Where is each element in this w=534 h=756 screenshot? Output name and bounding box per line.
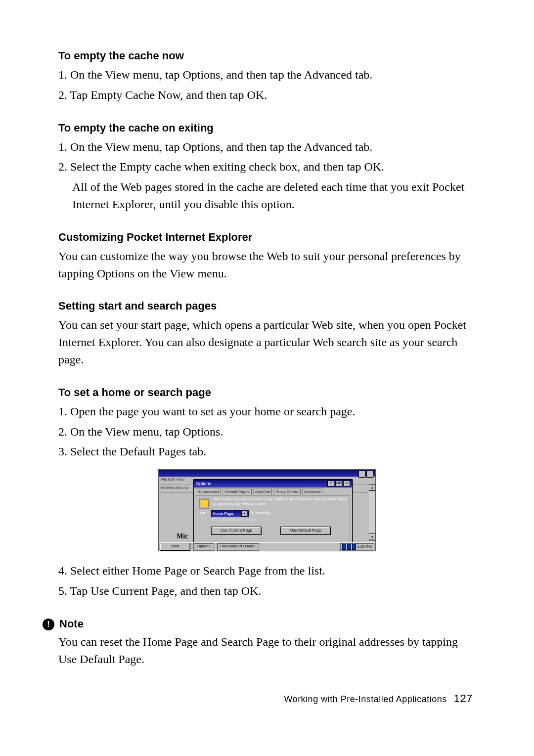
page-type-dropdown[interactable]: Home Page ▾ bbox=[211, 510, 249, 517]
row-label-right: is currently: bbox=[251, 510, 271, 515]
help-icon[interactable]: ? bbox=[327, 481, 334, 487]
note-block: ! Note You can reset the Home Page and S… bbox=[43, 618, 476, 668]
dialog-titlebar-buttons: ? OK × bbox=[327, 481, 350, 487]
section-set-home-search: To set a home or search page 1. Open the… bbox=[58, 386, 476, 460]
screenshot-options-dialog: File Edit View Address file://\w Mic W O… bbox=[158, 469, 376, 551]
dropdown-value: Home Page bbox=[213, 511, 233, 516]
chevron-down-icon[interactable]: ▾ bbox=[241, 511, 247, 517]
section-customizing: Customizing Pocket Internet Explorer You… bbox=[58, 231, 476, 282]
section-empty-cache-now: To empty the cache now 1. On the View me… bbox=[58, 49, 476, 104]
step-2a: All of the Web pages stored in the cache… bbox=[58, 178, 476, 213]
tab-default-pages[interactable]: Default Pages bbox=[222, 489, 251, 494]
section-setting-start-search: Setting start and search pages You can s… bbox=[58, 300, 476, 368]
tab-panel: The Home Page and Search Page buttons on… bbox=[196, 495, 350, 548]
start-button[interactable]: Start bbox=[160, 543, 190, 551]
page-number: 127 bbox=[454, 692, 473, 705]
logo-line-1: Mic bbox=[177, 533, 188, 540]
note-label: Note bbox=[59, 618, 84, 630]
step-4: 4. Select either Home Page or Search Pag… bbox=[58, 562, 476, 579]
heading: To empty the cache now bbox=[58, 49, 476, 62]
footer-section-title: Working with Pre-Installed Applications bbox=[284, 694, 446, 705]
tab-advanced[interactable]: Advanced bbox=[302, 489, 324, 494]
browser-body: Mic W Options ? OK × Appearance Default … bbox=[159, 493, 375, 541]
step-2: 2. On the View menu, tap Options. bbox=[58, 423, 476, 441]
step-3: 3. Select the Default Pages tab. bbox=[58, 443, 476, 460]
step-1: 1. On the View menu, tap Options, and th… bbox=[58, 138, 476, 156]
heading: Setting start and search pages bbox=[58, 300, 476, 312]
system-tray[interactable]: 1:00 PM bbox=[340, 543, 374, 551]
window-titlebar bbox=[159, 470, 375, 477]
tab-proxy-server[interactable]: Proxy Server bbox=[273, 489, 300, 494]
step-1: 1. Open the page you want to set as your… bbox=[58, 403, 476, 420]
scroll-down-icon[interactable]: ▾ bbox=[369, 534, 376, 540]
scroll-track[interactable] bbox=[368, 491, 375, 533]
heading: To set a home or search page bbox=[58, 386, 476, 399]
step-5: 5. Tap Use Current Page, and then tap OK… bbox=[58, 582, 476, 600]
section-empty-cache-on-exit: To empty the cache on exiting 1. On the … bbox=[58, 122, 476, 213]
heading: To empty the cache on exiting bbox=[58, 122, 476, 134]
body: You can set your start page, which opens… bbox=[58, 316, 476, 368]
page-footer: Working with Pre-Installed Applications … bbox=[58, 692, 476, 705]
current-page-path: file://\windows\default.htm bbox=[211, 518, 257, 522]
step-2: 2. Select the Empty cache when exiting c… bbox=[58, 158, 476, 176]
use-current-page-button[interactable]: Use Current Page bbox=[211, 527, 262, 535]
panel-description: The Home Page and Search Page buttons on… bbox=[213, 497, 348, 506]
taskbar-item-options[interactable]: Options bbox=[193, 543, 214, 551]
titlebar-buttons bbox=[358, 471, 373, 478]
row-label: The bbox=[199, 511, 206, 515]
heading: Customizing Pocket Internet Explorer bbox=[58, 231, 476, 244]
step-1: 1. On the View menu, tap Options, and th… bbox=[58, 66, 476, 84]
note-body: You can reset the Home Page and Search P… bbox=[58, 633, 476, 668]
section-set-home-search-cont: 4. Select either Home Page or Search Pag… bbox=[58, 562, 476, 600]
dialog-title: Options bbox=[196, 481, 211, 486]
tab-appearance[interactable]: Appearance bbox=[196, 489, 221, 494]
options-dialog: Options ? OK × Appearance Default Pages … bbox=[193, 479, 353, 544]
clock: 1:00 PM bbox=[357, 544, 372, 550]
tray-icon bbox=[352, 544, 356, 550]
taskbar: Start Options Handheld PC Home 1:00 PM bbox=[159, 542, 375, 551]
scrollbar[interactable]: ▴ ▾ bbox=[368, 484, 375, 540]
scroll-up-icon[interactable]: ▴ bbox=[369, 484, 376, 491]
tray-icon bbox=[342, 544, 346, 550]
tray-icon bbox=[347, 544, 351, 550]
taskbar-item-home[interactable]: Handheld PC Home bbox=[217, 543, 259, 551]
close-icon[interactable]: × bbox=[343, 481, 350, 487]
tab-autodial[interactable]: AutoDial bbox=[253, 489, 272, 494]
body: You can customize the way you browse the… bbox=[58, 248, 476, 282]
ok-icon[interactable]: OK bbox=[335, 481, 342, 487]
note-icon: ! bbox=[43, 619, 54, 630]
document-page: To empty the cache now 1. On the View me… bbox=[0, 0, 534, 725]
minimize-icon[interactable] bbox=[358, 471, 365, 478]
close-icon[interactable] bbox=[366, 471, 373, 478]
use-default-page-button[interactable]: Use Default Page bbox=[280, 527, 331, 535]
tab-strip: Appearance Default Pages AutoDial Proxy … bbox=[194, 488, 352, 495]
step-2: 2. Tap Empty Cache Now, and then tap OK. bbox=[58, 87, 476, 104]
dialog-titlebar: Options ? OK × bbox=[194, 480, 352, 488]
home-page-icon bbox=[199, 498, 210, 509]
